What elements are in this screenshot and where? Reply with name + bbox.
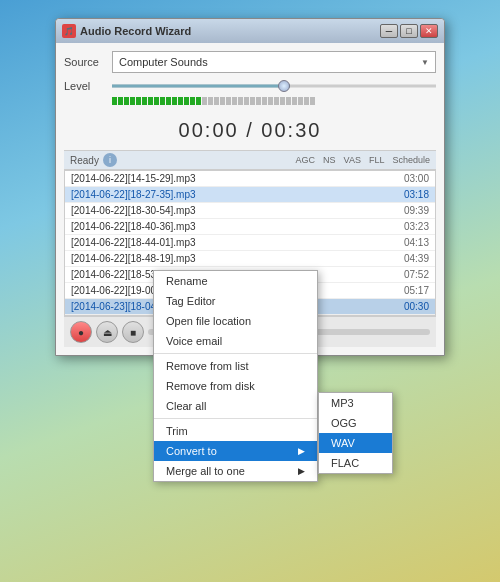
vu-bar xyxy=(190,97,195,105)
list-item[interactable]: [2014-06-22][14-15-29].mp3 03:00 xyxy=(65,171,435,187)
ctx-voice-email[interactable]: Voice email xyxy=(154,331,317,351)
minimize-button[interactable]: ─ xyxy=(380,24,398,38)
fll-label[interactable]: FLL xyxy=(369,155,385,165)
vu-bar xyxy=(148,97,153,105)
vu-meter xyxy=(112,97,436,105)
vu-bar-inactive xyxy=(274,97,279,105)
maximize-button[interactable]: □ xyxy=(400,24,418,38)
vu-bar-inactive xyxy=(250,97,255,105)
level-thumb[interactable] xyxy=(278,80,290,92)
submenu-arrow-icon-2: ▶ xyxy=(298,466,305,476)
list-item[interactable]: [2014-06-22][18-27-35].mp3 03:18 xyxy=(65,187,435,203)
close-button[interactable]: ✕ xyxy=(420,24,438,38)
vu-bar-inactive xyxy=(244,97,249,105)
ctx-open-location-label: Open file location xyxy=(166,315,251,327)
vu-bar-inactive xyxy=(262,97,267,105)
schedule-label[interactable]: Schedule xyxy=(392,155,430,165)
vu-bar xyxy=(178,97,183,105)
ctx-rename[interactable]: Rename xyxy=(154,271,317,291)
vu-bar-inactive xyxy=(202,97,207,105)
vu-bar-inactive xyxy=(292,97,297,105)
file-duration: 03:00 xyxy=(404,173,429,184)
vu-bar-inactive xyxy=(268,97,273,105)
vu-bar xyxy=(154,97,159,105)
toolbar-row: Ready i AGC NS VAS FLL Schedule xyxy=(64,150,436,170)
ctx-remove-disk[interactable]: Remove from disk xyxy=(154,376,317,396)
ctx-convert-to-label: Convert to xyxy=(166,445,217,457)
vu-bar-inactive xyxy=(280,97,285,105)
ctx-voice-email-label: Voice email xyxy=(166,335,222,347)
file-name: [2014-06-22][18-48-19].mp3 xyxy=(71,253,311,264)
vu-bar xyxy=(142,97,147,105)
list-item[interactable]: [2014-06-22][18-30-54].mp3 09:39 xyxy=(65,203,435,219)
eject-button[interactable]: ⏏ xyxy=(96,321,118,343)
vu-bar-inactive xyxy=(310,97,315,105)
vu-bar xyxy=(172,97,177,105)
ctx-tag-editor-label: Tag Editor xyxy=(166,295,216,307)
vu-bar-inactive xyxy=(256,97,261,105)
vu-bar xyxy=(130,97,135,105)
vu-bar-inactive xyxy=(226,97,231,105)
ctx-remove-list[interactable]: Remove from list xyxy=(154,356,317,376)
list-item[interactable]: [2014-06-22][18-48-19].mp3 04:39 xyxy=(65,251,435,267)
vu-bar xyxy=(184,97,189,105)
ctx-tag-editor[interactable]: Tag Editor xyxy=(154,291,317,311)
vu-bar-inactive xyxy=(298,97,303,105)
ctx-clear-all-label: Clear all xyxy=(166,400,206,412)
format-wav[interactable]: WAV xyxy=(319,433,392,453)
level-label: Level xyxy=(64,80,104,92)
level-track xyxy=(112,85,436,88)
toolbar-status: Ready xyxy=(70,155,99,166)
vu-bar-inactive xyxy=(220,97,225,105)
file-duration: 05:17 xyxy=(404,285,429,296)
ctx-merge-all-label: Merge all to one xyxy=(166,465,245,477)
source-label: Source xyxy=(64,56,104,68)
vu-bar-inactive xyxy=(286,97,291,105)
level-slider[interactable] xyxy=(112,79,436,93)
ctx-separator xyxy=(154,353,317,354)
ctx-remove-list-label: Remove from list xyxy=(166,360,249,372)
ctx-merge-all[interactable]: Merge all to one ▶ xyxy=(154,461,317,481)
vu-bar-inactive xyxy=(232,97,237,105)
file-duration: 09:39 xyxy=(404,205,429,216)
title-bar: 🎵 Audio Record Wizard ─ □ ✕ xyxy=(56,19,444,43)
vu-bar xyxy=(166,97,171,105)
agc-label[interactable]: AGC xyxy=(296,155,316,165)
list-item[interactable]: [2014-06-22][18-44-01].mp3 04:13 xyxy=(65,235,435,251)
format-ogg[interactable]: OGG xyxy=(319,413,392,433)
source-value: Computer Sounds xyxy=(119,56,208,68)
ctx-clear-all[interactable]: Clear all xyxy=(154,396,317,416)
file-duration: 07:52 xyxy=(404,269,429,280)
source-dropdown[interactable]: Computer Sounds ▼ xyxy=(112,51,436,73)
format-submenu: MP3 OGG WAV FLAC xyxy=(318,392,393,474)
vas-label[interactable]: VAS xyxy=(344,155,361,165)
window-title: Audio Record Wizard xyxy=(80,25,191,37)
file-name: [2014-06-22][18-40-36].mp3 xyxy=(71,221,311,232)
vu-bar-inactive xyxy=(304,97,309,105)
stop-button[interactable]: ■ xyxy=(122,321,144,343)
vu-bar-inactive xyxy=(214,97,219,105)
vu-bar xyxy=(124,97,129,105)
file-duration: 04:39 xyxy=(404,253,429,264)
vu-bar xyxy=(136,97,141,105)
source-row: Source Computer Sounds ▼ xyxy=(64,51,436,73)
file-name: [2014-06-22][18-27-35].mp3 xyxy=(71,189,311,200)
ctx-trim[interactable]: Trim xyxy=(154,421,317,441)
ctx-convert-to[interactable]: Convert to ▶ xyxy=(154,441,317,461)
file-duration: 00:30 xyxy=(404,301,429,312)
ctx-open-location[interactable]: Open file location xyxy=(154,311,317,331)
ns-label[interactable]: NS xyxy=(323,155,336,165)
format-mp3[interactable]: MP3 xyxy=(319,393,392,413)
level-fill xyxy=(112,85,290,88)
list-item[interactable]: [2014-06-22][18-40-36].mp3 03:23 xyxy=(65,219,435,235)
context-menu: Rename Tag Editor Open file location Voi… xyxy=(153,270,318,482)
vu-bar xyxy=(196,97,201,105)
vu-bar-inactive xyxy=(208,97,213,105)
file-name: [2014-06-22][14-15-29].mp3 xyxy=(71,173,311,184)
file-duration: 03:23 xyxy=(404,221,429,232)
info-button[interactable]: i xyxy=(103,153,117,167)
app-icon: 🎵 xyxy=(62,24,76,38)
format-flac[interactable]: FLAC xyxy=(319,453,392,473)
record-button[interactable]: ● xyxy=(70,321,92,343)
level-row: Level xyxy=(64,79,436,93)
